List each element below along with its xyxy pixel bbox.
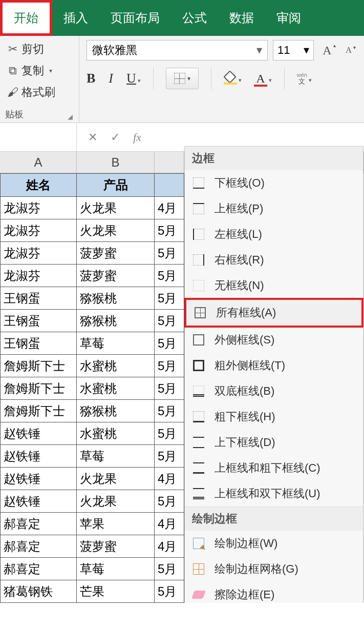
tab-formula[interactable]: 公式 bbox=[171, 0, 218, 36]
cell[interactable]: 王钢蛋 bbox=[0, 287, 77, 310]
tab-review[interactable]: 审阅 bbox=[265, 0, 312, 36]
cell[interactable]: 5月 bbox=[155, 490, 184, 513]
underline-button[interactable]: U bbox=[126, 71, 141, 86]
column-header-a[interactable]: A bbox=[0, 152, 77, 173]
bold-button[interactable]: B bbox=[87, 71, 95, 86]
decrease-font-button[interactable]: A▾ bbox=[340, 42, 357, 58]
cell[interactable]: 赵铁锤 bbox=[0, 445, 77, 468]
menu-border-thick-bottom[interactable]: 粗下框线(H) bbox=[185, 404, 363, 430]
tab-insert[interactable]: 插入 bbox=[52, 0, 99, 36]
insert-function-button[interactable]: fx bbox=[133, 131, 141, 144]
cell[interactable]: 4月 bbox=[155, 197, 184, 219]
cell[interactable]: 王钢蛋 bbox=[0, 332, 77, 355]
increase-font-button[interactable]: A▴ bbox=[319, 42, 335, 58]
header-cell-name[interactable]: 姓名 bbox=[0, 173, 77, 197]
cell[interactable]: 火龙果 bbox=[77, 490, 155, 513]
menu-border-bottom[interactable]: 下框线(O) bbox=[185, 170, 363, 196]
cell[interactable]: 4月 bbox=[155, 513, 184, 535]
borders-button[interactable]: ▾ bbox=[166, 68, 199, 89]
cell[interactable]: 水蜜桃 bbox=[77, 377, 155, 400]
cell[interactable]: 菠萝蜜 bbox=[77, 535, 155, 558]
cell[interactable]: 郝喜定 bbox=[0, 535, 77, 558]
cell[interactable]: 5月 bbox=[155, 287, 184, 310]
menu-draw-border[interactable]: 绘制边框(W) bbox=[185, 531, 363, 556]
cell[interactable]: 5月 bbox=[155, 400, 184, 422]
menu-erase-border[interactable]: 擦除边框(E) bbox=[185, 582, 363, 603]
confirm-formula-button[interactable]: ✓ bbox=[111, 131, 120, 144]
tab-page-layout[interactable]: 页面布局 bbox=[99, 0, 171, 36]
menu-border-outside[interactable]: 外侧框线(S) bbox=[185, 327, 363, 353]
cell[interactable]: 5月 bbox=[155, 310, 184, 332]
cell[interactable]: 詹姆斯下士 bbox=[0, 377, 77, 400]
name-box[interactable] bbox=[0, 123, 77, 151]
cell[interactable]: 詹姆斯下士 bbox=[0, 400, 77, 422]
cell[interactable]: 水蜜桃 bbox=[77, 422, 155, 445]
menu-border-right[interactable]: 右框线(R) bbox=[185, 247, 363, 273]
cell[interactable]: 5月 bbox=[155, 265, 184, 287]
font-color-button[interactable]: A bbox=[254, 72, 272, 86]
cell[interactable]: 草莓 bbox=[77, 558, 155, 580]
cell[interactable]: 龙淑芬 bbox=[0, 242, 77, 265]
cell[interactable]: 5月 bbox=[155, 219, 184, 242]
cell[interactable]: 5月 bbox=[155, 445, 184, 468]
menu-border-double-bottom[interactable]: 双底框线(B) bbox=[185, 378, 363, 404]
header-cell-product[interactable]: 产品 bbox=[77, 173, 155, 197]
format-painter-button[interactable]: 🖌 格式刷 bbox=[5, 83, 74, 102]
cell[interactable]: 火龙果 bbox=[77, 197, 155, 219]
cell[interactable]: 4月 bbox=[155, 535, 184, 558]
cell[interactable]: 龙淑芬 bbox=[0, 219, 77, 242]
cell[interactable]: 猕猴桃 bbox=[77, 310, 155, 332]
cell[interactable]: 草莓 bbox=[77, 332, 155, 355]
phonetic-guide-button[interactable]: wén 文 bbox=[297, 72, 312, 85]
menu-border-all[interactable]: 所有框线(A) bbox=[184, 298, 363, 328]
cell[interactable]: 王钢蛋 bbox=[0, 310, 77, 332]
menu-border-top-bottom[interactable]: 上下框线(D) bbox=[185, 430, 363, 455]
cell[interactable]: 龙淑芬 bbox=[0, 197, 77, 219]
cell[interactable]: 赵铁锤 bbox=[0, 468, 77, 490]
cell[interactable]: 水蜜桃 bbox=[77, 355, 155, 377]
cell[interactable]: 龙淑芬 bbox=[0, 265, 77, 287]
italic-button[interactable]: I bbox=[109, 71, 113, 86]
cut-button[interactable]: ✂ 剪切 bbox=[5, 40, 74, 58]
column-header-c[interactable] bbox=[155, 152, 184, 173]
cell[interactable]: 5月 bbox=[155, 422, 184, 445]
cell[interactable]: 5月 bbox=[155, 355, 184, 377]
column-header-b[interactable]: B bbox=[77, 152, 155, 173]
cell[interactable]: 火龙果 bbox=[77, 219, 155, 242]
menu-border-left[interactable]: 左框线(L) bbox=[185, 221, 363, 247]
tab-home[interactable]: 开始 bbox=[0, 0, 52, 36]
header-cell-c[interactable] bbox=[155, 173, 184, 197]
cell[interactable]: 苹果 bbox=[77, 513, 155, 535]
cell[interactable]: 5月 bbox=[155, 332, 184, 355]
font-name-select[interactable]: 微软雅黑 ▾ bbox=[87, 40, 268, 60]
cell[interactable]: 5月 bbox=[155, 558, 184, 580]
menu-border-top[interactable]: 上框线(P) bbox=[185, 196, 363, 221]
cancel-formula-button[interactable]: ✕ bbox=[88, 131, 97, 144]
cell[interactable]: 火龙果 bbox=[77, 468, 155, 490]
font-size-select[interactable]: 11 ▾ bbox=[273, 40, 314, 60]
cell[interactable]: 草莓 bbox=[77, 445, 155, 468]
cell[interactable]: 芒果 bbox=[77, 580, 155, 603]
menu-draw-border-grid[interactable]: 绘制边框网格(G) bbox=[185, 556, 363, 582]
cell[interactable]: 4月 bbox=[155, 468, 184, 490]
menu-border-none[interactable]: 无框线(N) bbox=[185, 273, 363, 298]
copy-button[interactable]: ⧉ 复制 bbox=[5, 62, 74, 80]
tab-data[interactable]: 数据 bbox=[218, 0, 265, 36]
cell[interactable]: 郝喜定 bbox=[0, 558, 77, 580]
clipboard-dialog-launcher[interactable]: ◢ bbox=[68, 113, 74, 120]
cell[interactable]: 猕猴桃 bbox=[77, 400, 155, 422]
fill-color-button[interactable] bbox=[224, 72, 242, 85]
cell[interactable]: 郝喜定 bbox=[0, 513, 77, 535]
cell[interactable]: 菠萝蜜 bbox=[77, 242, 155, 265]
cell[interactable]: 赵铁锤 bbox=[0, 490, 77, 513]
cell[interactable]: 赵铁锤 bbox=[0, 422, 77, 445]
cell[interactable]: 詹姆斯下士 bbox=[0, 355, 77, 377]
menu-border-top-thick-bottom[interactable]: 上框线和粗下框线(C) bbox=[185, 455, 363, 481]
menu-border-thick-outside[interactable]: 粗外侧框线(T) bbox=[185, 353, 363, 378]
cell[interactable]: 猕猴桃 bbox=[77, 287, 155, 310]
cell[interactable]: 5月 bbox=[155, 580, 184, 603]
cell[interactable]: 猪葛钢铁 bbox=[0, 580, 77, 603]
cell[interactable]: 5月 bbox=[155, 377, 184, 400]
cell[interactable]: 5月 bbox=[155, 242, 184, 265]
menu-border-top-double-bottom[interactable]: 上框线和双下框线(U) bbox=[185, 481, 363, 507]
